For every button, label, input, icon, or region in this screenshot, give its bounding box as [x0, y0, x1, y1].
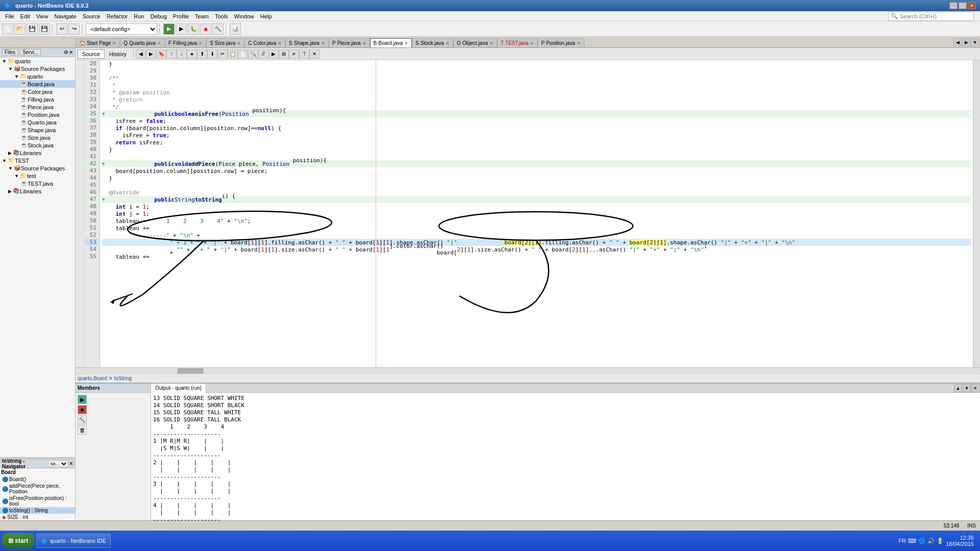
tab-board-java[interactable]: B Board.java ✕ [370, 38, 412, 47]
menu-navigate[interactable]: Navigate [51, 12, 79, 20]
tab-quarto-java[interactable]: Q Quarto.java ✕ [120, 38, 164, 47]
tab-test-java[interactable]: T TEST.java ✕ [497, 38, 538, 47]
menu-source[interactable]: Source [80, 12, 104, 20]
tree-item-shape-java[interactable]: ☕ Shape.java [0, 126, 75, 134]
tab-position-java[interactable]: P Position.java ✕ [537, 38, 584, 47]
menu-run[interactable]: Run [131, 12, 147, 20]
menu-debug[interactable]: Debug [147, 12, 169, 20]
save-all-button[interactable]: 💾 [39, 23, 50, 35]
menu-refactor[interactable]: Refactor [104, 12, 131, 20]
menu-file[interactable]: File [2, 12, 17, 20]
output-close-icon[interactable]: ✕ [971, 384, 979, 392]
config-dropdown[interactable]: <default config> [86, 23, 157, 35]
tree-item-test-pkg[interactable]: ▼ 📁 test [0, 172, 75, 180]
tree-item-size-java[interactable]: ☕ Size.java [0, 134, 75, 141]
tree-item-test-libraries[interactable]: ▶ 📚 Libraries [0, 187, 75, 195]
clear-output-button[interactable]: 🗑 [78, 425, 87, 435]
history-tab[interactable]: History [105, 49, 131, 59]
source-tab[interactable]: Source [78, 49, 105, 59]
build-button[interactable]: ▶ [163, 23, 175, 35]
toggle-comments-button[interactable]: // [258, 49, 268, 59]
window-controls[interactable]: _ □ ✕ [949, 2, 976, 9]
tab-object-java[interactable]: O Object.java ✕ [453, 38, 497, 47]
stop-output-button[interactable]: ■ [78, 405, 87, 414]
close-editor-button[interactable]: ✕ [309, 49, 320, 59]
tab-stock-java[interactable]: S Stock.java ✕ [412, 38, 453, 47]
start-button[interactable]: ⊞ start [2, 533, 34, 548]
minimize-button[interactable]: _ [949, 2, 958, 9]
tab-color-java[interactable]: C Color.java ✕ [244, 38, 285, 47]
new-file-button[interactable]: 📄 [2, 23, 13, 35]
menu-view[interactable]: View [33, 12, 52, 20]
scroll-right-icon[interactable]: ▶ [962, 38, 970, 46]
format-button[interactable]: ⊤ [299, 49, 309, 59]
navigator-close-icon[interactable]: ✕ [69, 461, 73, 466]
code-editor[interactable]: } /** * * @param position * @return */ ▼… [100, 60, 973, 367]
tree-item-test-source-packages[interactable]: ▼ 📦 Source Packages [0, 164, 75, 172]
profile-button[interactable]: 📊 [230, 23, 241, 35]
tab-filling-java[interactable]: F Filling.java ✕ [165, 38, 206, 47]
menu-team[interactable]: Team [192, 12, 212, 20]
tab-size-java[interactable]: S Size.java ✕ [206, 38, 244, 47]
diff-button[interactable]: ≠ [289, 49, 299, 59]
clean-build-button[interactable]: 🔨 [212, 23, 224, 35]
copy-button[interactable]: 📋 [228, 49, 238, 59]
forward-button[interactable]: ▶ [146, 49, 156, 59]
tree-item-quarto-java[interactable]: ☕ Quarto.java [0, 118, 75, 126]
debug-button[interactable]: 🐛 [188, 23, 199, 35]
tab-piece-java[interactable]: P Piece.java ✕ [329, 38, 370, 47]
fold-42-icon[interactable]: ▼ [102, 161, 105, 166]
tree-item-quarto-root[interactable]: ▼ 📁 quarto [0, 57, 75, 65]
tab-shape-java[interactable]: S Shape.java ✕ [285, 38, 329, 47]
run-output-button[interactable]: ▶ [78, 395, 87, 404]
panel-config-icon[interactable]: ⚙ [64, 49, 68, 55]
breadcrumb-project[interactable]: quarto.Board [78, 375, 107, 381]
paste-button[interactable]: 📄 [238, 49, 248, 59]
next-error-button[interactable]: ⬇ [207, 49, 217, 59]
tree-item-stock-java[interactable]: ☕ Stock.java [0, 141, 75, 149]
code-hscrollbar[interactable] [76, 367, 980, 373]
fold-47-icon[interactable]: ▼ [102, 197, 105, 202]
tree-item-piece-java[interactable]: ☕ Piece.java [0, 103, 75, 111]
tab-list-icon[interactable]: ▼ [971, 38, 979, 46]
tree-item-board-java[interactable]: ☕ Board.java [0, 80, 75, 88]
tab-start-page[interactable]: 🏠 Start Page ✕ [76, 38, 120, 47]
cut-button[interactable]: ✂ [217, 49, 228, 59]
panel-close-icon[interactable]: ✕ [69, 49, 73, 55]
find-button[interactable]: 🔍 [248, 49, 258, 59]
menu-profile[interactable]: Profile [170, 12, 192, 20]
save-button[interactable]: 💾 [27, 23, 38, 35]
tree-item-filling-java[interactable]: ☕ Filling.java [0, 95, 75, 103]
close-button[interactable]: ✕ [968, 2, 976, 9]
tree-item-libraries[interactable]: ▶ 📚 Libraries [0, 149, 75, 157]
editor-scrollbar[interactable] [973, 60, 980, 367]
output-tab-run[interactable]: Output - quarto (run) [151, 384, 206, 393]
navigator-filter-dropdown[interactable]: se... [48, 460, 68, 467]
tree-item-test-java[interactable]: ☕ TEST.java [0, 180, 75, 187]
back-button[interactable]: ◀ [136, 49, 146, 59]
menu-tools[interactable]: Tools [212, 12, 231, 20]
breadcrumb-method[interactable]: toString [114, 375, 132, 381]
tree-item-quarto-pkg[interactable]: ▼ 📁 quarto [0, 72, 75, 80]
tree-item-source-packages[interactable]: ▼ 📦 Source Packages [0, 65, 75, 72]
prev-error-button[interactable]: ⬆ [197, 49, 207, 59]
menu-edit[interactable]: Edit [17, 12, 33, 20]
services-tab[interactable]: Servi... [20, 49, 41, 56]
next-bookmark-button[interactable]: ↓ [177, 49, 187, 59]
toggle-breakpoint-button[interactable]: ● [187, 49, 197, 59]
menu-window[interactable]: Window [231, 12, 257, 20]
tree-item-test-root[interactable]: ▼ 📁 TEST [0, 157, 75, 164]
scroll-left-icon[interactable]: ◀ [953, 38, 962, 46]
stop-button[interactable]: ■ [200, 23, 211, 35]
member-isfree[interactable]: 🔵 isFree(Position position) : bool [0, 495, 75, 507]
undo-button[interactable]: ↩ [56, 23, 67, 35]
maximize-button[interactable]: □ [959, 2, 967, 9]
run-line-button[interactable]: ▶ [268, 49, 279, 59]
member-size-field[interactable]: ◆ SIZE : int [0, 514, 75, 520]
member-tostring[interactable]: 🔵 toString() : String [0, 507, 75, 514]
tree-item-color-java[interactable]: ☕ Color.java [0, 88, 75, 95]
taskbar-netbeans[interactable]: 🔷 quarto - NetBeans IDE [36, 534, 111, 548]
search-input[interactable] [900, 13, 971, 19]
output-scroll-down-icon[interactable]: ▼ [963, 384, 971, 392]
run-button[interactable]: ▶ [176, 23, 187, 35]
